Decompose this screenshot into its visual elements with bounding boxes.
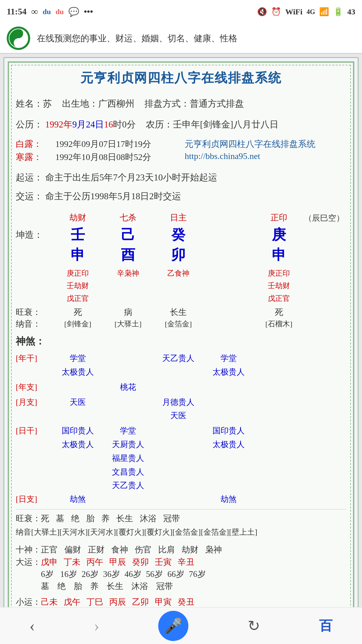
- shensha-niangan: [年干] 学堂太极贵人 天乙贵人 学堂太极贵人: [16, 352, 346, 379]
- nav-baidu[interactable]: 百: [319, 616, 333, 635]
- bailu-label: 白露：: [16, 138, 42, 150]
- dy-7: 辛丑: [178, 556, 194, 568]
- status-signal-icon: 📶: [319, 7, 329, 16]
- ws-table-label: 旺衰：: [16, 513, 41, 524]
- shishen-row: 十神： 正官 偏财 正财 食神 伤官 比肩 劫财 枭神: [16, 544, 346, 555]
- xy-1: 己未: [41, 596, 58, 607]
- banner-logo: [7, 26, 30, 50]
- shensha-rizhi-label: [日支]: [16, 494, 53, 504]
- dayun-section: 大运： 戊申 丁未 丙午 甲辰 癸卯 壬寅 辛丑 6岁 16岁 26岁 36岁 …: [16, 556, 346, 592]
- ss-8: 枭神: [205, 544, 222, 555]
- shensha-rigan-label: [日干]: [16, 424, 53, 492]
- dizhi-5: 申: [254, 246, 304, 264]
- ws-val-5: 养: [101, 513, 110, 524]
- dy-age-7: 66岁: [168, 569, 184, 580]
- xy-4: 丙辰: [109, 596, 126, 607]
- dy-ws-1: 墓: [41, 581, 49, 592]
- shensha-yuezhi-col3: 月德贵人天医: [153, 395, 203, 423]
- dy-ws-7: 冠带: [156, 581, 173, 592]
- dy-1: 戊申: [41, 556, 58, 568]
- dy-6: 壬寅: [155, 556, 172, 568]
- nav-refresh[interactable]: ↻: [248, 617, 260, 635]
- status-wifi-icon: WiFi: [285, 7, 303, 16]
- dy-age-8: 76岁: [189, 569, 206, 580]
- page-title: 元亨利贞网四柱八字在线排盘系统: [16, 69, 346, 87]
- nav-forward[interactable]: ›: [94, 616, 99, 635]
- ws-val-3: 绝: [71, 513, 79, 524]
- tiangan-5: 庚: [254, 225, 304, 244]
- pillar-role-2: 七杀: [103, 212, 153, 223]
- shensha-yuezhi-col4: [203, 395, 254, 423]
- hanlu-site: http://bbs.china95.net: [185, 151, 260, 163]
- bailu-site: 元亨利贞网四柱八字在线排盘系统: [185, 138, 315, 150]
- ws-val-7: 沐浴: [140, 513, 157, 524]
- status-battery-val: 43: [347, 7, 355, 16]
- hanlu-val: 1992年10月08日08时52分: [55, 151, 151, 163]
- dy-ws-5: 长生: [107, 581, 123, 592]
- shensha-niangan-col3: 天乙贵人: [153, 352, 203, 379]
- shensha-nianzhi-col3: [153, 380, 203, 394]
- status-4g-icon: 4G: [306, 8, 315, 16]
- jiaoyun-val: 命主于公历1998年5月18日2时交运: [45, 191, 181, 201]
- shensha-rigan-col2: 学堂天厨贵人福星贵人文昌贵人天乙贵人: [103, 424, 153, 492]
- pillar-role-5: 正印: [254, 212, 304, 223]
- tiangan-3: 癸: [153, 225, 203, 244]
- dy-age-1: 6岁: [41, 569, 54, 580]
- ss-7: 劫财: [182, 544, 198, 555]
- calendar: 公历： 1992年9月24日16时0分: [16, 115, 136, 133]
- nav-back[interactable]: ‹: [29, 616, 35, 635]
- shensha-niangan-col2: [103, 352, 153, 379]
- shensha-rizhi-col1: 劫煞: [53, 494, 103, 504]
- pillar-role-1: 劫财: [53, 212, 103, 223]
- wangshuai-5: 死: [254, 307, 304, 318]
- shensha-nianzhi-col1: [53, 380, 103, 394]
- xy-7: 癸丑: [178, 596, 194, 607]
- wangshuai-table: 旺衰： 死 墓 绝 胎 养 长生 沐浴 冠带 纳音[大驿土][天河水][天河水]…: [16, 513, 346, 539]
- nayin-label: 纳音：: [16, 318, 53, 329]
- dizhi-2: 酉: [103, 246, 153, 264]
- qiyun-val: 命主于出生后5年7个月23天10小时开始起运: [45, 172, 217, 182]
- canggan-1: 庚正印壬劫财戊正官: [53, 267, 103, 305]
- jiaoyun-label: 交运：: [16, 191, 43, 201]
- dy-5: 癸卯: [132, 556, 149, 568]
- deco-border: 元亨利贞网四柱八字在线排盘系统 姓名：苏 出生地：广西柳州 排盘方式：普通方式排…: [8, 61, 354, 644]
- nayin-table: 纳音[大驿土][天河水][天河水][覆灯火][覆灯火][金箔金][金箔金][壁上…: [16, 525, 346, 539]
- status-icon-more: •••: [84, 7, 93, 17]
- nav-home[interactable]: 🎤: [158, 611, 188, 641]
- dizhi-3: 卯: [153, 246, 203, 264]
- shensha-nianzhi-label: [年支]: [16, 380, 53, 394]
- tiangan-1: 壬: [53, 225, 103, 244]
- nayin-3: [金箔金]: [153, 319, 203, 329]
- xy-3: 丁巳: [86, 596, 103, 607]
- shensha-yuezhi-col1: 天医: [53, 395, 103, 423]
- pillars-section: 劫财 七杀 日主 正印 （辰巳空） 坤造： 壬 己 癸 庚 申 酉: [16, 212, 346, 329]
- dy-4: 甲辰: [109, 556, 126, 568]
- top-banner[interactable]: 在线预测您的事业、财运、婚姻、切名、健康、性格: [0, 23, 362, 54]
- wangshuai-label: 旺衰：: [16, 307, 53, 318]
- ws-val-6: 长生: [116, 513, 133, 524]
- xy-6: 甲寅: [155, 596, 172, 607]
- ws-val-8: 冠带: [163, 513, 180, 524]
- name-label: 姓名：苏: [16, 95, 52, 113]
- svg-point-2: [17, 41, 20, 45]
- wangshuai-3: 长生: [153, 307, 203, 318]
- ws-val-1: 死: [41, 513, 49, 524]
- wangshuai-1: 死: [53, 307, 103, 318]
- dy-age-4: 36岁: [103, 569, 120, 580]
- ss-3: 正财: [88, 544, 105, 555]
- ss-2: 偏财: [64, 544, 81, 555]
- shensha-rigan-col1: 国印贵人太极贵人: [53, 424, 103, 492]
- ss-4: 食神: [111, 544, 128, 555]
- dy-ws-3: 胎: [74, 581, 82, 592]
- shensha-nianzhi-col4: [203, 380, 254, 394]
- dy-age-5: 46岁: [125, 569, 141, 580]
- dayun-label: 大运：: [16, 556, 41, 568]
- status-icon-du1: du: [43, 7, 51, 16]
- shensha-yuezhi-label: [月支]: [16, 395, 53, 423]
- pillar-role-3: 日主: [153, 212, 203, 223]
- solar-terms: 白露： 1992年09月07日17时19分 元亨利贞网四柱八字在线排盘系统 寒露…: [16, 138, 346, 163]
- nayin-2: [大驿土]: [103, 319, 153, 329]
- shensha-rizhi-col2: [103, 494, 153, 504]
- shensha-nianzhi: [年支] 桃花: [16, 380, 346, 394]
- shensha-rizhi-col3: [153, 494, 203, 504]
